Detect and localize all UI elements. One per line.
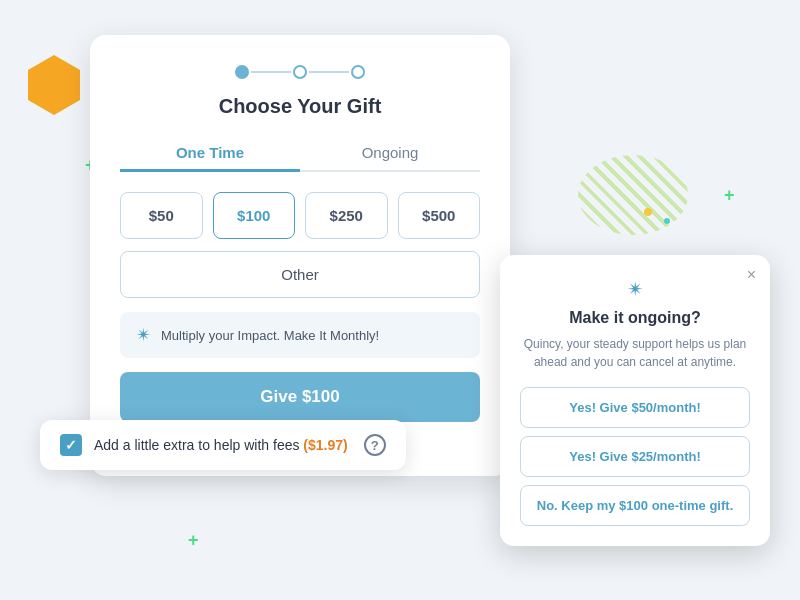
monthly-banner: ✴ Multiply your Impact. Make It Monthly! [120, 312, 480, 358]
donation-card: Choose Your Gift One Time Ongoing $50 $1… [90, 35, 510, 476]
popup-btn-25[interactable]: Yes! Give $25/month! [520, 436, 750, 477]
amount-btn-250[interactable]: $250 [305, 192, 388, 239]
give-button[interactable]: Give $100 [120, 372, 480, 422]
tab-one-time[interactable]: One Time [120, 136, 300, 172]
fees-bar: ✓ Add a little extra to help with fees (… [40, 420, 406, 470]
monthly-banner-text: Multiply your Impact. Make It Monthly! [161, 328, 379, 343]
stripe-blob-decoration [578, 155, 688, 235]
teal-dot-decoration [664, 218, 670, 224]
card-title: Choose Your Gift [120, 95, 480, 118]
popup-btn-keep[interactable]: No. Keep my $100 one-time gift. [520, 485, 750, 526]
step-line-1 [251, 71, 291, 73]
amount-grid: $50 $100 $250 $500 [120, 192, 480, 239]
fees-text: Add a little extra to help with fees ($1… [94, 437, 348, 453]
progress-steps [120, 65, 480, 79]
popup-title: Make it ongoing? [520, 309, 750, 327]
step-1-dot [235, 65, 249, 79]
step-3-dot [351, 65, 365, 79]
popup-card: × ✴ Make it ongoing? Quincy, your steady… [500, 255, 770, 546]
yellow-dot-decoration [644, 208, 652, 216]
step-2-dot [293, 65, 307, 79]
fees-label: Add a little extra to help with fees [94, 437, 303, 453]
fees-amount: ($1.97) [303, 437, 347, 453]
info-symbol: ? [371, 438, 379, 453]
popup-close-button[interactable]: × [747, 267, 756, 283]
spinner-icon: ✴ [136, 324, 151, 346]
step-line-2 [309, 71, 349, 73]
tab-ongoing[interactable]: Ongoing [300, 136, 480, 172]
popup-btn-50[interactable]: Yes! Give $50/month! [520, 387, 750, 428]
plus-decoration-2: + [188, 530, 199, 551]
hexagon-decoration [28, 70, 80, 100]
fees-checkbox[interactable]: ✓ [60, 434, 82, 456]
checkmark-icon: ✓ [65, 437, 77, 453]
amount-btn-100[interactable]: $100 [213, 192, 296, 239]
amount-btn-500[interactable]: $500 [398, 192, 481, 239]
other-amount-button[interactable]: Other [120, 251, 480, 298]
give-button-label: Give [260, 387, 302, 406]
popup-spinner-icon: ✴ [520, 277, 750, 301]
fees-info-icon[interactable]: ? [364, 434, 386, 456]
plus-decoration-3: + [724, 185, 735, 206]
popup-description: Quincy, your steady support helps us pla… [520, 335, 750, 371]
amount-btn-50[interactable]: $50 [120, 192, 203, 239]
give-button-amount: $100 [302, 387, 340, 406]
tabs-container: One Time Ongoing [120, 136, 480, 172]
